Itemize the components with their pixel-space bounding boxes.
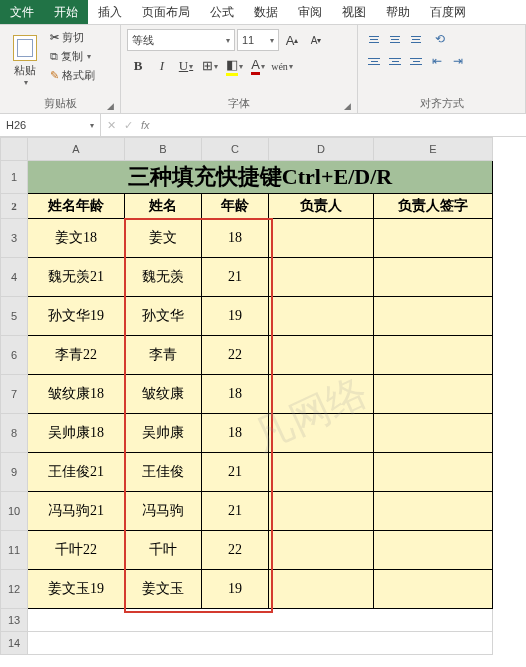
cell[interactable] <box>269 258 374 297</box>
cell[interactable]: 21 <box>202 492 269 531</box>
grid[interactable]: A B C D E 1 三种填充快捷键Ctrl+E/D/R 2 姓名年龄 姓名 … <box>0 137 493 655</box>
row-header[interactable]: 7 <box>1 375 28 414</box>
cell[interactable] <box>374 453 493 492</box>
row-header[interactable]: 2 <box>1 194 28 219</box>
cell[interactable]: 19 <box>202 570 269 609</box>
cell[interactable] <box>374 570 493 609</box>
tab-insert[interactable]: 插入 <box>88 0 132 24</box>
format-painter-button[interactable]: ✎格式刷 <box>48 67 97 84</box>
cell[interactable] <box>269 297 374 336</box>
cell[interactable]: 19 <box>202 297 269 336</box>
cell[interactable]: 千叶22 <box>28 531 125 570</box>
cancel-icon[interactable]: ✕ <box>107 119 116 132</box>
copy-button[interactable]: ⧉复制▾ <box>48 48 97 65</box>
cell[interactable]: 21 <box>202 453 269 492</box>
cell[interactable] <box>374 492 493 531</box>
cell[interactable]: 姜文18 <box>28 219 125 258</box>
shrink-font-button[interactable]: A▾ <box>305 29 327 51</box>
cell[interactable] <box>374 297 493 336</box>
cell[interactable]: 魏无羡 <box>125 258 202 297</box>
cell[interactable]: 王佳俊21 <box>28 453 125 492</box>
cell[interactable]: 吴帅康18 <box>28 414 125 453</box>
indent-dec-button[interactable]: ⇤ <box>427 51 447 71</box>
cut-button[interactable]: ✂剪切 <box>48 29 97 46</box>
dialog-launcher-icon[interactable]: ◢ <box>107 101 114 111</box>
name-box[interactable]: H26▾ <box>0 114 101 136</box>
cell[interactable] <box>269 336 374 375</box>
col-header-a[interactable]: A <box>28 138 125 161</box>
header-cell[interactable]: 负责人签字 <box>374 194 493 219</box>
italic-button[interactable]: I <box>151 55 173 77</box>
cell[interactable] <box>374 336 493 375</box>
cell[interactable] <box>374 258 493 297</box>
cell[interactable]: 冯马驹21 <box>28 492 125 531</box>
cell[interactable]: 姜文 <box>125 219 202 258</box>
col-header-e[interactable]: E <box>374 138 493 161</box>
row-header[interactable]: 6 <box>1 336 28 375</box>
align-right-button[interactable] <box>406 51 426 71</box>
fill-color-button[interactable]: ◧▾ <box>223 55 245 77</box>
cell[interactable]: 22 <box>202 336 269 375</box>
row-header[interactable]: 10 <box>1 492 28 531</box>
font-color-button[interactable]: A▾ <box>247 55 269 77</box>
cell[interactable] <box>269 375 374 414</box>
cell[interactable]: 李青22 <box>28 336 125 375</box>
cell[interactable]: 21 <box>202 258 269 297</box>
row-header[interactable]: 9 <box>1 453 28 492</box>
cell[interactable] <box>28 632 493 655</box>
cell[interactable]: 皱纹康 <box>125 375 202 414</box>
tab-baidu[interactable]: 百度网 <box>420 0 476 24</box>
cell[interactable]: 姜文玉19 <box>28 570 125 609</box>
align-middle-button[interactable] <box>385 29 405 49</box>
cell[interactable]: 18 <box>202 375 269 414</box>
cell[interactable]: 李青 <box>125 336 202 375</box>
col-header-c[interactable]: C <box>202 138 269 161</box>
indent-inc-button[interactable]: ⇥ <box>448 51 468 71</box>
dialog-launcher-icon[interactable]: ◢ <box>344 101 351 111</box>
cell[interactable] <box>269 219 374 258</box>
cell[interactable] <box>374 414 493 453</box>
cell[interactable] <box>374 219 493 258</box>
col-header-d[interactable]: D <box>269 138 374 161</box>
cell[interactable]: 吴帅康 <box>125 414 202 453</box>
cell[interactable] <box>269 453 374 492</box>
align-top-button[interactable] <box>364 29 384 49</box>
header-cell[interactable]: 姓名 <box>125 194 202 219</box>
cell[interactable] <box>269 414 374 453</box>
align-left-button[interactable] <box>364 51 384 71</box>
paste-button[interactable]: 粘贴 ▾ <box>6 29 44 93</box>
tab-view[interactable]: 视图 <box>332 0 376 24</box>
tab-help[interactable]: 帮助 <box>376 0 420 24</box>
tab-formula[interactable]: 公式 <box>200 0 244 24</box>
font-size-select[interactable]: 11▾ <box>237 29 279 51</box>
tab-home[interactable]: 开始 <box>44 0 88 24</box>
cell[interactable] <box>28 609 493 632</box>
phonetic-button[interactable]: wén▾ <box>271 55 293 77</box>
cell[interactable]: 王佳俊 <box>125 453 202 492</box>
row-header[interactable]: 12 <box>1 570 28 609</box>
row-header[interactable]: 3 <box>1 219 28 258</box>
tab-data[interactable]: 数据 <box>244 0 288 24</box>
font-name-select[interactable]: 等线▾ <box>127 29 235 51</box>
cell[interactable]: 魏无羡21 <box>28 258 125 297</box>
cell[interactable]: 18 <box>202 414 269 453</box>
cell[interactable] <box>374 531 493 570</box>
enter-icon[interactable]: ✓ <box>124 119 133 132</box>
align-center-button[interactable] <box>385 51 405 71</box>
row-header[interactable]: 13 <box>1 609 28 632</box>
tab-review[interactable]: 审阅 <box>288 0 332 24</box>
cell[interactable]: 18 <box>202 219 269 258</box>
cell[interactable]: 22 <box>202 531 269 570</box>
cell[interactable] <box>374 375 493 414</box>
menu-file[interactable]: 文件 <box>0 0 44 24</box>
underline-button[interactable]: U▾ <box>175 55 197 77</box>
bold-button[interactable]: B <box>127 55 149 77</box>
row-header[interactable]: 1 <box>1 161 28 194</box>
row-header[interactable]: 8 <box>1 414 28 453</box>
cell[interactable] <box>269 492 374 531</box>
border-button[interactable]: ⊞▾ <box>199 55 221 77</box>
header-cell[interactable]: 年龄 <box>202 194 269 219</box>
grow-font-button[interactable]: A▴ <box>281 29 303 51</box>
cell[interactable]: 孙文华19 <box>28 297 125 336</box>
row-header[interactable]: 4 <box>1 258 28 297</box>
